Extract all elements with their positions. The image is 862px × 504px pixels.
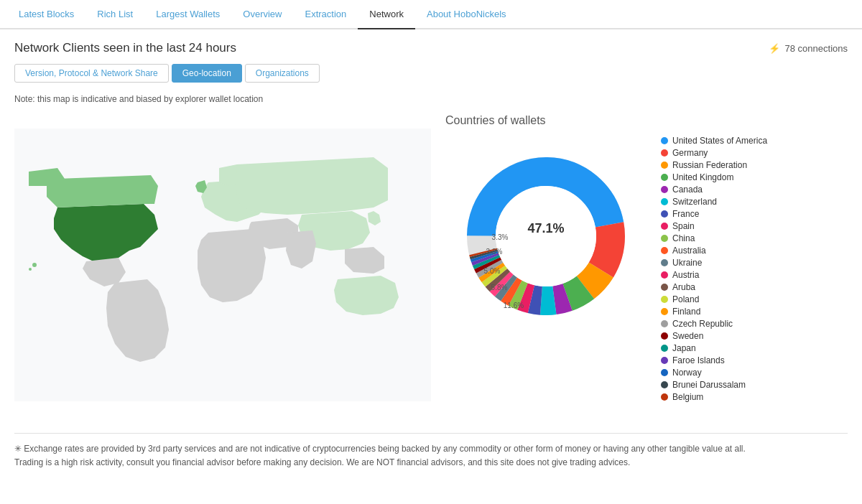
- legend-color-dot: [661, 162, 668, 169]
- footer-line1: ✳ Exchange rates are provided by 3rd par…: [14, 442, 848, 456]
- legend-label: Sweden: [672, 331, 703, 341]
- legend-label: United Kingdom: [672, 172, 733, 182]
- nav-item-extraction[interactable]: Extraction: [293, 0, 358, 28]
- nav-item-network[interactable]: Network: [358, 0, 415, 29]
- subtab-geo-location[interactable]: Geo-location: [172, 64, 242, 83]
- svg-text:11.6%: 11.6%: [504, 302, 524, 309]
- legend-color-dot: [661, 381, 668, 388]
- world-map: [14, 114, 431, 416]
- legend-label: Faroe Islands: [672, 355, 725, 365]
- svg-text:5.8%: 5.8%: [491, 284, 508, 291]
- chart-area: Countries of wallets: [445, 114, 848, 402]
- chart-legend: United States of AmericaGermanyRussian F…: [661, 136, 767, 402]
- donut-svg: 47.1% 11.6% 5.8% 5.0% 3.3% 3.3%: [445, 136, 646, 337]
- subtab-version,-protocol-&-network-share[interactable]: Version, Protocol & Network Share: [14, 64, 169, 83]
- footer-line2: Trading is a high risk activity, consult…: [14, 456, 848, 470]
- legend-label: Spain: [672, 221, 695, 231]
- legend-label: Czech Republic: [672, 319, 733, 329]
- legend-label: Germany: [672, 148, 708, 158]
- nav-item-latest-blocks[interactable]: Latest Blocks: [7, 0, 85, 28]
- legend-color-dot: [661, 259, 668, 266]
- legend-color-dot: [661, 345, 668, 352]
- legend-color-dot: [661, 308, 668, 315]
- top-navigation: Latest BlocksRich ListLargest WalletsOve…: [0, 0, 862, 29]
- legend-color-dot: [661, 235, 668, 242]
- legend-item: Belgium: [661, 392, 767, 402]
- legend-item: Czech Republic: [661, 319, 767, 329]
- legend-color-dot: [661, 332, 668, 340]
- legend-item: Japan: [661, 343, 767, 353]
- legend-label: Japan: [672, 343, 696, 353]
- legend-item: Aruba: [661, 282, 767, 292]
- legend-color-dot: [661, 149, 668, 157]
- legend-item: Poland: [661, 294, 767, 304]
- legend-item: Russian Federation: [661, 160, 767, 170]
- legend-item: Spain: [661, 221, 767, 231]
- svg-text:3.3%: 3.3%: [486, 248, 503, 256]
- legend-label: Russian Federation: [672, 160, 747, 170]
- legend-item: Brunei Darussalam: [661, 380, 767, 390]
- bolt-icon: ⚡: [769, 43, 780, 54]
- svg-text:5.0%: 5.0%: [484, 267, 501, 275]
- legend-label: Poland: [672, 294, 699, 304]
- legend-item: Norway: [661, 368, 767, 378]
- legend-label: Brunei Darussalam: [672, 380, 746, 390]
- footer-note: ✳ Exchange rates are provided by 3rd par…: [14, 433, 848, 470]
- page-header: Network Clients seen in the last 24 hour…: [14, 41, 848, 55]
- legend-label: United States of America: [672, 136, 767, 146]
- legend-color-dot: [661, 210, 668, 218]
- legend-item: United States of America: [661, 136, 767, 146]
- legend-item: Finland: [661, 307, 767, 317]
- legend-label: Norway: [672, 368, 702, 378]
- legend-item: Switzerland: [661, 197, 767, 207]
- legend-label: Belgium: [672, 392, 703, 402]
- legend-color-dot: [661, 271, 668, 279]
- legend-label: Switzerland: [672, 197, 717, 207]
- legend-color-dot: [661, 296, 668, 303]
- legend-color-dot: [661, 174, 668, 181]
- svg-text:47.1%: 47.1%: [527, 221, 564, 235]
- legend-color-dot: [661, 320, 668, 327]
- legend-item: Austria: [661, 270, 767, 280]
- legend-item: Germany: [661, 148, 767, 158]
- donut-legend-container: 47.1% 11.6% 5.8% 5.0% 3.3% 3.3%: [445, 136, 767, 402]
- nav-item-overview[interactable]: Overview: [231, 0, 293, 28]
- nav-item-largest-wallets[interactable]: Largest Wallets: [144, 0, 231, 28]
- donut-chart: 47.1% 11.6% 5.8% 5.0% 3.3% 3.3%: [445, 136, 646, 337]
- main-content: Network Clients seen in the last 24 hour…: [0, 29, 862, 481]
- legend-item: Faroe Islands: [661, 355, 767, 365]
- legend-item: Ukraine: [661, 258, 767, 268]
- legend-label: Austria: [672, 270, 699, 280]
- chart-title: Countries of wallets: [445, 114, 546, 127]
- legend-label: Finland: [672, 307, 700, 317]
- legend-color-dot: [661, 186, 668, 193]
- hawaii-dot: [32, 263, 37, 267]
- australia-map: [334, 276, 399, 315]
- legend-item: Australia: [661, 246, 767, 256]
- legend-color-dot: [661, 357, 668, 364]
- connections-count: 78 connections: [785, 43, 848, 54]
- sub-tabs: Version, Protocol & Network ShareGeo-loc…: [14, 64, 848, 83]
- svg-point-26: [496, 186, 596, 286]
- legend-item: China: [661, 233, 767, 243]
- legend-color-dot: [661, 369, 668, 376]
- legend-color-dot: [661, 393, 668, 401]
- page-title: Network Clients seen in the last 24 hour…: [14, 41, 236, 55]
- legend-label: Ukraine: [672, 258, 702, 268]
- russia-map: [236, 157, 388, 215]
- legend-label: Aruba: [672, 282, 695, 292]
- subtab-organizations[interactable]: Organizations: [245, 64, 320, 83]
- nav-item-rich-list[interactable]: Rich List: [85, 0, 144, 28]
- legend-item: Sweden: [661, 331, 767, 341]
- nav-item-about-hobonickels[interactable]: About HoboNickels: [415, 0, 518, 28]
- svg-text:3.3%: 3.3%: [492, 233, 509, 241]
- legend-label: China: [672, 233, 695, 243]
- legend-color-dot: [661, 223, 668, 230]
- legend-item: Canada: [661, 185, 767, 195]
- legend-item: France: [661, 209, 767, 219]
- legend-label: France: [672, 209, 699, 219]
- connections-badge: ⚡ 78 connections: [769, 43, 848, 54]
- chart-section: Countries of wallets: [14, 114, 848, 416]
- legend-label: Australia: [672, 246, 706, 256]
- legend-color-dot: [661, 137, 668, 144]
